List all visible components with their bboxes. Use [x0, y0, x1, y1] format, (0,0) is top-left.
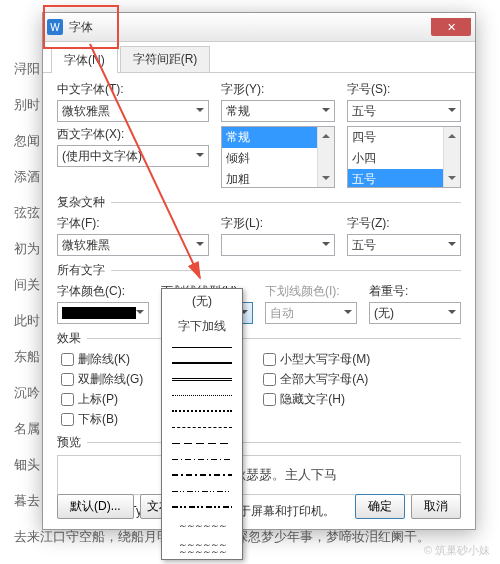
label-font-color: 字体颜色(C):: [57, 283, 149, 300]
default-button[interactable]: 默认(D)...: [57, 494, 134, 519]
label-underline-color: 下划线颜色(I):: [265, 283, 357, 300]
scrollbar[interactable]: [317, 127, 334, 187]
size-z-combo[interactable]: 五号: [347, 234, 461, 256]
cancel-button[interactable]: 取消: [411, 494, 461, 519]
titlebar: W 字体 ✕: [43, 13, 475, 42]
dd-none[interactable]: (无): [162, 289, 242, 314]
label-size-z: 字号(Z):: [347, 215, 461, 232]
cb-dstrike[interactable]: 双删除线(G): [61, 371, 143, 388]
app-icon: W: [47, 19, 63, 35]
cb-hidden[interactable]: 隐藏文字(H): [263, 391, 370, 408]
font-color-combo[interactable]: [57, 302, 149, 324]
effects-col-left: 删除线(K) 双删除线(G) 上标(P) 下标(B): [61, 351, 143, 428]
scrollbar[interactable]: [443, 127, 460, 187]
dd-dotted[interactable]: [162, 387, 242, 403]
cb-allcaps[interactable]: 全部大写字母(A): [263, 371, 370, 388]
label-emphasis: 着重号:: [369, 283, 461, 300]
font-dialog: W 字体 ✕ 字体(N) 字符间距(R) 中文字体(T): 微软雅黑 字形(Y)…: [42, 12, 476, 530]
tab-bar: 字体(N) 字符间距(R): [43, 42, 475, 73]
dd-wave[interactable]: ～～～～～～: [162, 515, 242, 537]
dd-dash-dot-dot[interactable]: [162, 483, 242, 499]
tab-spacing[interactable]: 字符间距(R): [120, 46, 211, 72]
cb-sub[interactable]: 下标(B): [61, 411, 143, 428]
west-font-combo[interactable]: (使用中文字体): [57, 145, 209, 167]
dd-single[interactable]: [162, 339, 242, 355]
dd-dashed[interactable]: [162, 419, 242, 435]
style-combo[interactable]: 常规: [221, 100, 335, 122]
cb-smallcaps[interactable]: 小型大写字母(M): [263, 351, 370, 368]
font-f-combo[interactable]: 微软雅黑: [57, 234, 209, 256]
underline-dropdown: (无) 字下加线 ～～～～～～ ～～～～～～～～～～～～: [161, 288, 243, 560]
dd-dash-dot[interactable]: [162, 451, 242, 467]
dd-dotted-thick[interactable]: [162, 403, 242, 419]
preview-box: 枫叶荻花秋瑟瑟。主人下马: [57, 455, 461, 495]
label-west-font: 西文字体(X):: [57, 126, 209, 143]
dd-wave-double[interactable]: ～～～～～～～～～～～～: [162, 537, 242, 559]
close-button[interactable]: ✕: [431, 18, 471, 36]
label-style: 字形(Y):: [221, 81, 335, 98]
dd-dash-long[interactable]: [162, 435, 242, 451]
dd-thick[interactable]: [162, 355, 242, 371]
background-text: 浔阳别时忽闻 添酒弦弦初为 间关此时东船 沉吟名属钿头 暮去: [14, 54, 40, 522]
label-font-f: 字体(F):: [57, 215, 209, 232]
dd-double[interactable]: [162, 371, 242, 387]
dd-dash-dot-heavy[interactable]: [162, 467, 242, 483]
style-l-combo[interactable]: [221, 234, 335, 256]
dialog-title: 字体: [69, 19, 93, 36]
underline-color-combo[interactable]: 自动: [265, 302, 357, 324]
group-preview: 预览: [57, 434, 461, 451]
style-listbox[interactable]: 常规 倾斜 加粗: [221, 126, 335, 188]
group-alltext: 所有文字: [57, 262, 461, 279]
size-combo[interactable]: 五号: [347, 100, 461, 122]
cb-super[interactable]: 上标(P): [61, 391, 143, 408]
dd-words[interactable]: 字下加线: [162, 314, 242, 339]
label-style-l: 字形(L):: [221, 215, 335, 232]
watermark: © 筑巢砂小妹: [424, 543, 490, 558]
dd-dash-dot-dot-heavy[interactable]: [162, 499, 242, 515]
group-effects: 效果: [57, 330, 461, 347]
effects-col-right: 小型大写字母(M) 全部大写字母(A) 隐藏文字(H): [263, 351, 370, 428]
size-listbox[interactable]: 四号 小四 五号: [347, 126, 461, 188]
cn-font-combo[interactable]: 微软雅黑: [57, 100, 209, 122]
label-size: 字号(S):: [347, 81, 461, 98]
emphasis-combo[interactable]: (无): [369, 302, 461, 324]
group-complex: 复杂文种: [57, 194, 461, 211]
tab-font[interactable]: 字体(N): [51, 47, 118, 73]
label-cn-font: 中文字体(T):: [57, 81, 209, 98]
cb-strike[interactable]: 删除线(K): [61, 351, 143, 368]
ok-button[interactable]: 确定: [355, 494, 405, 519]
